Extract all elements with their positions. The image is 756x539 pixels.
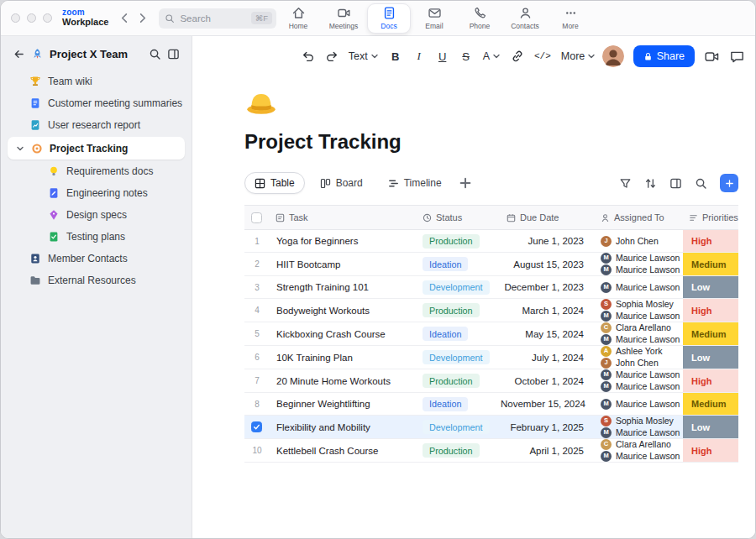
status-cell[interactable]: Production: [417, 303, 501, 317]
assigned-to-cell[interactable]: JJohn Chen: [595, 236, 683, 247]
nav-tab-meetings[interactable]: Meetings: [322, 3, 365, 34]
status-cell[interactable]: Production: [417, 374, 501, 388]
row-checkbox-checked[interactable]: [251, 421, 262, 432]
row-select-cell[interactable]: 1: [244, 237, 270, 246]
column-header-task[interactable]: Task: [270, 212, 417, 222]
underline-button[interactable]: U: [436, 50, 449, 63]
table-row[interactable]: 4Bodyweight WorkoutsProductionMarch 1, 2…: [244, 299, 738, 322]
due-date-cell[interactable]: October 1, 2024: [501, 376, 595, 386]
task-cell[interactable]: Bodyweight Workouts: [270, 306, 417, 316]
nav-tab-phone[interactable]: Phone: [458, 3, 501, 34]
table-search-icon[interactable]: [695, 177, 707, 190]
due-date-cell[interactable]: December 1, 2023: [501, 282, 595, 292]
sidebar-panel-icon[interactable]: [167, 48, 180, 60]
link-icon[interactable]: [511, 50, 524, 63]
forward-icon[interactable]: [136, 12, 149, 24]
priority-cell[interactable]: High: [683, 369, 738, 392]
status-cell[interactable]: Ideation: [417, 257, 501, 271]
strikethrough-button[interactable]: S: [459, 50, 473, 63]
sidebar-item-testing-plans[interactable]: Testing plans: [1, 226, 192, 248]
add-row-button[interactable]: [720, 174, 738, 192]
maximize-window-button[interactable]: [43, 13, 52, 23]
row-select-cell[interactable]: [244, 421, 270, 432]
nav-tab-docs[interactable]: Docs: [367, 3, 411, 34]
priority-cell[interactable]: High: [683, 439, 738, 462]
code-button[interactable]: </>: [534, 51, 551, 61]
row-select-cell[interactable]: 8: [244, 400, 270, 409]
back-arrow-icon[interactable]: [13, 48, 25, 60]
table-row[interactable]: 10Kettlebell Crash CourseProductionApril…: [244, 439, 738, 463]
nav-tab-more[interactable]: More: [549, 3, 592, 34]
due-date-cell[interactable]: July 1, 2024: [501, 353, 595, 363]
column-header-assigned-to[interactable]: Assigned To: [595, 212, 683, 222]
row-select-cell[interactable]: 10: [244, 446, 270, 455]
table-row[interactable]: 1Yoga for BeginnersProductionJune 1, 202…: [244, 230, 738, 253]
sidebar-search-icon[interactable]: [149, 48, 161, 60]
filter-icon[interactable]: [619, 177, 632, 190]
priority-cell[interactable]: Low: [683, 346, 738, 369]
nav-tab-home[interactable]: Home: [276, 3, 320, 34]
sidebar-item-requirements-docs[interactable]: Requirements docs: [1, 160, 192, 182]
task-cell[interactable]: Yoga for Beginners: [270, 236, 417, 246]
assigned-to-cell[interactable]: CClara ArellanoMMaurice Lawson: [595, 322, 683, 345]
table-row[interactable]: 720 Minute Home WorkoutsProductionOctobe…: [244, 369, 738, 393]
row-select-cell[interactable]: 3: [244, 283, 270, 292]
sidebar-item-external-resources[interactable]: External Resources: [1, 270, 192, 291]
view-tab-timeline[interactable]: Timeline: [378, 172, 452, 194]
back-icon[interactable]: [118, 12, 131, 24]
sidebar-item-customer-meeting-summaries[interactable]: Customer meeting summaries: [1, 92, 192, 114]
minimize-window-button[interactable]: [27, 13, 36, 23]
user-avatar[interactable]: [602, 45, 624, 67]
due-date-cell[interactable]: June 1, 2023: [501, 236, 595, 246]
share-button[interactable]: Share: [633, 45, 695, 67]
status-cell[interactable]: Production: [417, 234, 501, 249]
row-select-cell[interactable]: 2: [244, 259, 270, 269]
view-tab-board[interactable]: Board: [310, 172, 373, 194]
task-cell[interactable]: Kickboxing Crash Course: [270, 329, 417, 339]
chat-icon[interactable]: [729, 49, 745, 65]
column-header-due-date[interactable]: Due Date: [501, 212, 595, 222]
sidebar-item-project-tracking[interactable]: Project Tracking: [8, 137, 185, 160]
assigned-to-cell[interactable]: MMaurice Lawson: [595, 399, 683, 410]
assigned-to-cell[interactable]: SSophia MosleyMMaurice Lawson: [595, 299, 683, 322]
undo-icon[interactable]: [302, 50, 315, 63]
due-date-cell[interactable]: November 15, 2024: [501, 399, 595, 409]
row-select-cell[interactable]: 7: [244, 376, 270, 385]
task-cell[interactable]: 20 Minute Home Workouts: [270, 376, 417, 386]
task-cell[interactable]: Kettlebell Crash Course: [270, 446, 417, 456]
status-cell[interactable]: Ideation: [417, 397, 501, 411]
assigned-to-cell[interactable]: MMaurice LawsonMMaurice Lawson: [595, 253, 683, 275]
status-cell[interactable]: Production: [417, 443, 501, 458]
table-row[interactable]: 3Strength Training 101DevelopmentDecembe…: [244, 276, 738, 299]
column-header-priorities[interactable]: Priorities: [683, 212, 738, 222]
due-date-cell[interactable]: February 1, 2025: [501, 422, 595, 432]
video-call-icon[interactable]: [704, 49, 720, 65]
table-row[interactable]: Flexibility and MobilityDevelopmentFebru…: [244, 416, 738, 439]
status-cell[interactable]: Development: [417, 280, 501, 295]
select-all-checkbox[interactable]: [251, 212, 262, 223]
priority-cell[interactable]: Low: [683, 276, 738, 298]
due-date-cell[interactable]: August 15, 2023: [501, 259, 595, 270]
close-window-button[interactable]: [11, 13, 20, 23]
nav-tab-email[interactable]: Email: [412, 3, 456, 34]
table-row[interactable]: 2HIIT BootcampIdeationAugust 15, 2023MMa…: [244, 253, 738, 276]
sidebar-item-member-contacts[interactable]: Member Contacts: [1, 248, 192, 270]
nav-tab-contacts[interactable]: Contacts: [503, 3, 547, 34]
task-cell[interactable]: Beginner Weightlifting: [270, 399, 417, 409]
priority-cell[interactable]: Medium: [683, 253, 738, 275]
expand-panel-icon[interactable]: [669, 177, 682, 190]
table-row[interactable]: 5Kickboxing Crash CourseIdeationMay 15, …: [244, 322, 738, 346]
status-cell[interactable]: Ideation: [417, 327, 501, 341]
column-header-status[interactable]: Status: [417, 212, 501, 222]
due-date-cell[interactable]: March 1, 2024: [501, 306, 595, 316]
assigned-to-cell[interactable]: CClara ArellanoMMaurice Lawson: [595, 439, 683, 462]
view-tab-table[interactable]: Table: [244, 172, 305, 194]
priority-cell[interactable]: High: [683, 299, 738, 322]
text-style-dropdown[interactable]: Text: [349, 50, 379, 62]
task-cell[interactable]: Strength Training 101: [270, 282, 417, 292]
assigned-to-cell[interactable]: AAshlee YorkJJohn Chen: [595, 346, 683, 369]
row-select-cell[interactable]: 5: [244, 329, 270, 338]
table-row[interactable]: 610K Training PlanDevelopmentJuly 1, 202…: [244, 346, 738, 369]
priority-cell[interactable]: Medium: [683, 322, 738, 345]
row-select-cell[interactable]: 6: [244, 353, 270, 362]
